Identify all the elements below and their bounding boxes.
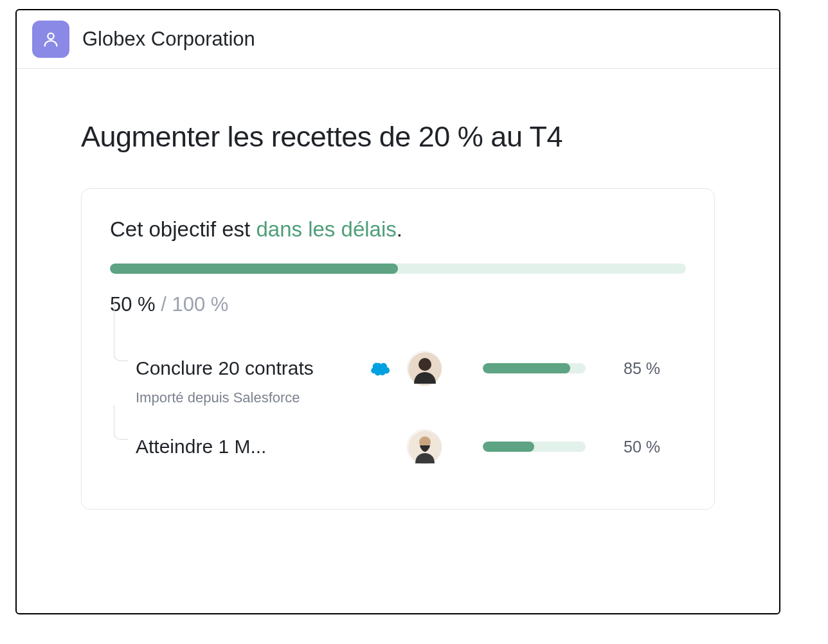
sub-goal-title: Conclure 20 contrats (136, 357, 354, 379)
salesforce-icon (370, 361, 392, 376)
sub-goal-progress-fill (483, 363, 570, 373)
svg-point-0 (48, 33, 53, 39)
avatar (407, 429, 442, 464)
user-icon (42, 30, 60, 48)
sub-goal-item[interactable]: Conclure 20 contrats 85 % Importé depuis… (110, 339, 686, 418)
status-suffix: . (397, 217, 402, 241)
tree-connector-icon (114, 405, 128, 440)
sub-goal-title: Atteindre 1 M... (136, 436, 354, 458)
status-highlight: dans les délais (256, 217, 396, 241)
sub-goal-percent: 85 % (614, 359, 660, 378)
company-title: Globex Corporation (82, 28, 255, 51)
page-title: Augmenter les recettes de 20 % au T4 (81, 120, 715, 154)
goal-progress-bar (110, 264, 686, 274)
svg-point-2 (419, 358, 431, 371)
sub-goal-progress-fill (483, 442, 534, 452)
sub-goal-progress-bar (483, 442, 586, 452)
header: Globex Corporation (17, 10, 779, 69)
main: Augmenter les recettes de 20 % au T4 Cet… (17, 69, 779, 535)
goal-progress-numbers: 50 % / 100 % (110, 293, 686, 316)
company-icon (32, 21, 69, 58)
goal-progress-fill (110, 264, 398, 274)
avatar (407, 351, 442, 386)
progress-separator: / (156, 293, 172, 316)
sub-goal-item[interactable]: Atteindre 1 M... 50 % (110, 418, 686, 476)
app-frame: Globex Corporation Augmenter les recette… (15, 9, 780, 614)
progress-total: 100 % (172, 293, 229, 316)
goal-status: Cet objectif est dans les délais. (110, 217, 686, 242)
status-prefix: Cet objectif est (110, 217, 256, 241)
tree-connector-icon (114, 301, 128, 361)
sub-goal-percent: 50 % (614, 438, 660, 456)
sub-goal-note: Importé depuis Salesforce (136, 389, 686, 406)
sub-goal-progress-bar (483, 363, 586, 373)
goal-card: Cet objectif est dans les délais. 50 % /… (81, 188, 715, 510)
